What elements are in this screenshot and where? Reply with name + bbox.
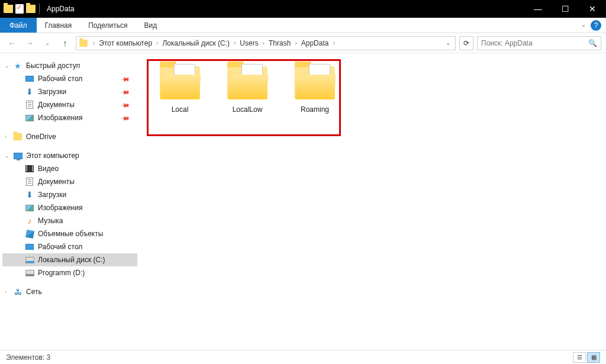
sidebar-item-3d-objects[interactable]: Объемные объекты: [2, 227, 137, 240]
breadcrumb-item[interactable]: Thrash: [267, 39, 292, 47]
folder-icon: [227, 66, 267, 99]
chevron-right-icon[interactable]: ›: [294, 40, 298, 46]
onedrive-icon: [14, 133, 22, 141]
sidebar-item-label: Рабочий стол: [38, 75, 82, 83]
titlebar: AppData — ☐ ✕: [0, 0, 606, 18]
sidebar-item-label: Видео: [38, 165, 59, 173]
pin-icon: 📌: [121, 113, 130, 123]
sidebar-this-pc[interactable]: ⌄ Этот компьютер: [2, 149, 137, 162]
pin-icon: 📌: [121, 100, 130, 109]
help-button[interactable]: ?: [591, 20, 601, 31]
search-box[interactable]: 🔍: [477, 36, 601, 50]
address-bar[interactable]: › Этот компьютер › Локальный диск (C:) ›…: [76, 36, 456, 50]
star-icon: ★: [13, 61, 22, 70]
sidebar-quick-access[interactable]: ⌄ ★ Быстрый доступ: [2, 59, 137, 72]
sidebar-item-local-disk-c[interactable]: Локальный диск (C:): [2, 253, 137, 266]
chevron-right-icon[interactable]: ›: [331, 40, 336, 46]
properties-icon[interactable]: [15, 4, 24, 14]
sidebar-item-documents[interactable]: Документы: [2, 175, 137, 188]
folder-icon: [160, 66, 200, 99]
sidebar-item-downloads[interactable]: ⬇ Загрузки: [2, 188, 137, 201]
folder-label: Local: [172, 105, 189, 114]
sidebar-item-label: Объемные объекты: [38, 230, 103, 238]
status-bar: Элементов: 3 ☰ ▦: [0, 350, 606, 364]
sidebar-item-pictures[interactable]: Изображения 📌: [2, 111, 137, 124]
folder-icon: [26, 5, 36, 13]
breadcrumb-item[interactable]: AppData: [299, 39, 331, 47]
sidebar-item-label: Музыка: [38, 217, 63, 225]
icons-view-button[interactable]: ▦: [587, 352, 600, 363]
ribbon: Файл Главная Поделиться Вид ⌄ ?: [0, 18, 606, 33]
tab-view[interactable]: Вид: [136, 18, 165, 33]
chevron-right-icon[interactable]: ›: [5, 134, 11, 140]
sidebar-item-desktop[interactable]: Рабочий стол 📌: [2, 72, 137, 85]
sidebar-item-videos[interactable]: Видео: [2, 162, 137, 175]
history-dropdown-icon[interactable]: ⌄: [446, 40, 450, 46]
chevron-right-icon[interactable]: ›: [92, 40, 96, 46]
pin-icon: 📌: [121, 87, 130, 96]
recent-locations-button[interactable]: ⌄: [40, 36, 54, 50]
close-button[interactable]: ✕: [579, 0, 606, 18]
sidebar-item-label: Изображения: [38, 114, 82, 122]
breadcrumb-item[interactable]: Локальный диск (C:): [160, 39, 231, 47]
sidebar-onedrive[interactable]: › OneDrive: [2, 130, 137, 143]
pc-icon: [14, 153, 22, 159]
up-button[interactable]: ↑: [58, 36, 72, 50]
chevron-right-icon[interactable]: ›: [233, 40, 237, 46]
search-icon[interactable]: 🔍: [588, 39, 597, 47]
sidebar-item-label: Локальный диск (C:): [38, 256, 105, 264]
sidebar-item-label: Рабочий стол: [38, 243, 82, 251]
sidebar-item-music[interactable]: ♪ Музыка: [2, 214, 137, 227]
disk-icon: [25, 270, 34, 276]
details-view-button[interactable]: ☰: [573, 352, 586, 363]
3d-objects-icon: [25, 229, 34, 238]
back-button[interactable]: ←: [5, 36, 19, 50]
folder-grid: Local LocalLow Roaming: [147, 59, 597, 121]
status-text: Элементов: 3: [6, 353, 50, 362]
folder-local[interactable]: Local: [154, 66, 206, 114]
folder-icon: [295, 66, 335, 99]
pictures-icon: [25, 115, 34, 121]
file-menu[interactable]: Файл: [0, 18, 37, 33]
content-pane[interactable]: Local LocalLow Roaming: [137, 53, 606, 350]
maximize-button[interactable]: ☐: [552, 0, 579, 18]
chevron-right-icon[interactable]: ›: [262, 40, 266, 46]
folder-roaming[interactable]: Roaming: [289, 66, 341, 114]
folder-label: Roaming: [301, 105, 329, 114]
chevron-right-icon[interactable]: ›: [155, 40, 159, 46]
search-input[interactable]: [481, 39, 586, 47]
disk-icon: [25, 257, 34, 263]
tab-share[interactable]: Поделиться: [80, 18, 136, 33]
downloads-icon: ⬇: [25, 190, 34, 199]
forward-button[interactable]: →: [22, 36, 37, 50]
refresh-button[interactable]: ⟳: [459, 36, 473, 50]
video-icon: [25, 165, 34, 172]
separator: [39, 4, 40, 14]
sidebar-item-label: Быстрый доступ: [26, 62, 80, 70]
sidebar-network[interactable]: › 🖧 Сеть: [2, 285, 137, 298]
tab-home[interactable]: Главная: [37, 18, 80, 33]
folder-label: LocalLow: [233, 105, 263, 114]
breadcrumb-item[interactable]: Этот компьютер: [97, 39, 154, 47]
sidebar-item-label: Сеть: [26, 288, 42, 296]
sidebar-item-downloads[interactable]: ⬇ Загрузки 📌: [2, 85, 137, 98]
chevron-right-icon[interactable]: ›: [5, 289, 11, 295]
desktop-icon: [25, 244, 34, 250]
pin-icon: 📌: [121, 74, 130, 83]
documents-icon: [26, 178, 33, 186]
view-toggle: ☰ ▦: [573, 352, 600, 363]
sidebar-item-pictures[interactable]: Изображения: [2, 201, 137, 214]
chevron-down-icon[interactable]: ⌄: [5, 153, 11, 159]
sidebar-item-desktop[interactable]: Рабочий стол: [2, 240, 137, 253]
folder-icon: [79, 40, 88, 47]
folder-locallow[interactable]: LocalLow: [221, 66, 273, 114]
sidebar-item-label: Загрузки: [38, 191, 66, 199]
expand-ribbon-icon[interactable]: ⌄: [581, 21, 586, 28]
sidebar-item-local-disk-d[interactable]: Programm (D:): [2, 266, 137, 279]
address-row: ← → ⌄ ↑ › Этот компьютер › Локальный дис…: [0, 33, 606, 53]
chevron-down-icon[interactable]: ⌄: [5, 63, 11, 69]
sidebar-item-label: OneDrive: [26, 133, 56, 141]
sidebar-item-documents[interactable]: Документы 📌: [2, 98, 137, 111]
breadcrumb-item[interactable]: Users: [238, 39, 260, 47]
minimize-button[interactable]: —: [524, 0, 552, 18]
